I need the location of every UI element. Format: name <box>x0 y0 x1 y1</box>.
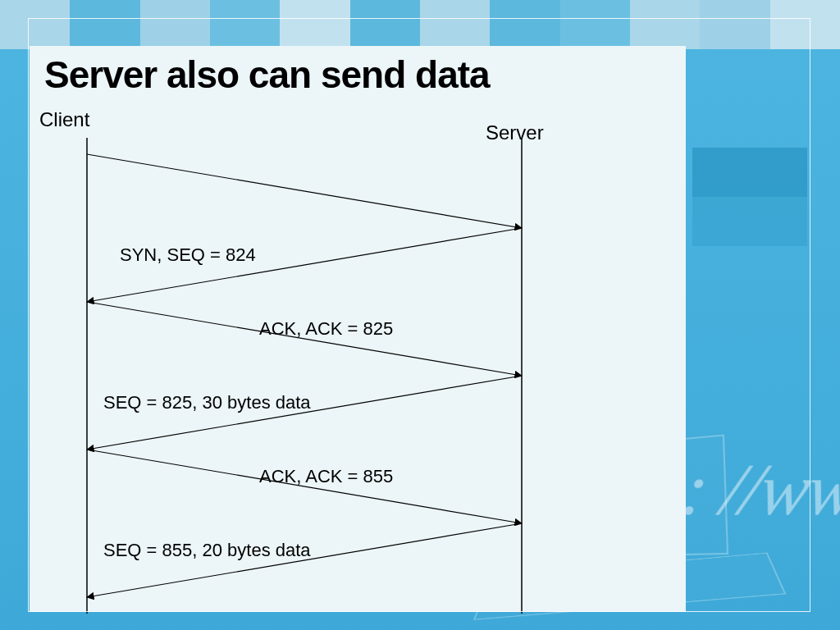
slide: http: //ww Server also can send data Cli… <box>0 0 840 630</box>
msg-label-m4: ACK, ACK = 855 <box>259 466 393 486</box>
sequence-diagram: SYN, SEQ = 824 ACK, ACK = 825 SEQ = 825,… <box>30 138 686 614</box>
client-label: Client <box>39 108 89 131</box>
arrow-m6 <box>87 523 522 597</box>
decorative-right-blocks <box>692 148 807 246</box>
arrow-m2 <box>87 228 522 302</box>
msg-label-m3: SEQ = 825, 30 bytes data <box>103 392 311 413</box>
msg-label-m2: ACK, ACK = 825 <box>259 318 393 339</box>
content-panel: Server also can send data Client Server <box>30 46 686 612</box>
arrow-m3 <box>87 302 522 376</box>
arrow-m5 <box>87 450 522 523</box>
arrow-m1 <box>87 154 522 228</box>
msg-label-m1: SYN, SEQ = 824 <box>120 244 256 265</box>
msg-label-m5: SEQ = 855, 20 bytes data <box>103 540 311 560</box>
decorative-top-squares <box>0 0 840 49</box>
arrow-m4 <box>87 376 522 450</box>
slide-title: Server also can send data <box>44 52 490 97</box>
